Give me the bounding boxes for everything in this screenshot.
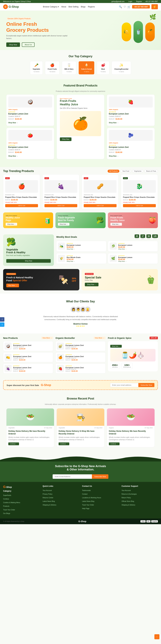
wishlist-icon[interactable]: ♡ (124, 5, 126, 8)
menu-icon[interactable]: ⚡ (152, 4, 158, 9)
promo-juice-btn[interactable]: Shop Now → (6, 223, 17, 226)
twitter-icon[interactable]: t (0, 322, 4, 327)
footer-link-news[interactable]: Latest News Blog (43, 500, 55, 502)
organic-product-1-origin: Content: $166.97 (65, 346, 84, 348)
cat-dairy[interactable]: 🥛 Milk & Dairy +5 items (62, 61, 76, 74)
filter-vegetarian[interactable]: Vegetarian (132, 170, 143, 173)
footer-col-contact-head: Contact Us (82, 485, 118, 487)
cat-fruits[interactable]: 🍎 Fresh Fruits +30 items (45, 61, 59, 74)
footer-link-testimonials[interactable]: Testimonials (82, 490, 91, 491)
filter-all[interactable]: All Products (108, 170, 119, 173)
trend-add-1[interactable]: Add to Cart (5, 204, 38, 207)
featured-product-3-shoplink[interactable]: Shop Now → (109, 122, 119, 124)
offer-dark-btn[interactable]: Buy Now → (6, 284, 19, 287)
deal-4-shop[interactable]: Shop Now → (118, 260, 132, 262)
footer-link-track[interactable]: Track Your Order (3, 509, 15, 511)
subscribe-btn[interactable]: Subscribe Now (92, 474, 109, 479)
footer-link-storeblog[interactable]: Official Store Blog (122, 500, 134, 502)
nav-best[interactable]: Best Selling (68, 6, 78, 8)
cat-cereal[interactable]: 🍦 Cake & Cereal +5 items (79, 61, 94, 74)
logo[interactable]: G G-Shop (3, 4, 19, 9)
footer-link-products[interactable]: Products (3, 505, 9, 507)
trend-add-2[interactable]: Add to Cart (44, 204, 77, 207)
footer-link-returns[interactable]: Returns Center (43, 497, 53, 498)
post-3-btn[interactable]: Continue → (109, 442, 120, 445)
spice-shop-btn[interactable]: Shop Now → (110, 345, 122, 348)
footer-link-combos[interactable]: Combos (3, 498, 9, 500)
deals-header: Weekly Best Deals 45 Hours 17 Mins 38 Se… (56, 234, 158, 239)
new-products-viewall[interactable]: View More → (41, 336, 53, 339)
nav-blogs[interactable]: Blogs (81, 6, 86, 8)
footer-link-superfoods[interactable]: Superfoods (3, 494, 11, 496)
footer-link-privacy[interactable]: Privacy Policy (43, 493, 52, 495)
footer-subscribe: Subscribe to the G-Shop New Arrivals & O… (0, 462, 161, 482)
deal-1-shop[interactable]: Shop Now → (67, 248, 81, 250)
top-register[interactable]: Register (136, 1, 142, 2)
deal-1-img: 🫒 (58, 242, 65, 250)
trend-add-4[interactable]: Add to Cart (123, 204, 156, 207)
featured-center-img: 🍊 (60, 111, 101, 136)
subscribe-input[interactable] (53, 474, 92, 479)
facebook-icon[interactable]: f (0, 317, 4, 322)
shop-now-button[interactable]: Shop Now (6, 42, 20, 47)
cart-icon[interactable]: 🛒 (127, 5, 131, 8)
featured-product-4-name: European Lemon Zest (109, 146, 153, 148)
post-3-body: Holiday Home Delivery We have Recently O… (107, 428, 155, 447)
discount-email-input[interactable] (110, 383, 138, 387)
filter-seafood[interactable]: Sea Food (121, 170, 131, 173)
trend-img-3: 🥜 (84, 180, 117, 193)
deal-3-shop[interactable]: Shop Now → (67, 260, 80, 262)
weekly-banner-btn[interactable]: Shop Now (6, 259, 51, 263)
featured-product-1-shoplink[interactable]: Shop Now → (8, 122, 18, 124)
promo-veg-btn[interactable]: Shop Now → (58, 223, 69, 226)
testimonial-section: What Our Clients Say 👩 👨 👩 👱 Glamorously… (0, 294, 161, 334)
new-product-2-origin: Content: $166.97 (13, 358, 31, 359)
weekly-banner-icon: 🥦 (6, 238, 51, 247)
post-2-btn[interactable]: Continue → (59, 442, 69, 445)
featured-product-4-shoplink[interactable]: Shop Now → (109, 155, 119, 157)
cat-cleaning[interactable]: ✨ Cleaning/Essential +3 items (112, 61, 131, 74)
footer-link-returns2[interactable]: Returns & Exchanges (122, 493, 137, 495)
phone-button[interactable]: +60 157 068 4587 (132, 5, 150, 8)
promo-fresh-btn[interactable]: Shop Now → (110, 223, 122, 226)
footer-link-news2[interactable]: Latest News Blog (82, 500, 94, 502)
nav-regions[interactable]: Regions (88, 6, 95, 8)
discount-subscribe-btn[interactable]: Subscribe Now (138, 383, 155, 387)
footer-col-contact: Contact Us Testimonials Contact Location… (82, 485, 118, 516)
footer-link-shipping[interactable]: Shipping & Delivery (43, 504, 56, 506)
organic-product-2-origin: Content: $166.97 (65, 358, 84, 359)
footer-link-account[interactable]: Your Account (43, 490, 52, 491)
featured-product-2-shoplink[interactable]: Shop Now → (8, 155, 18, 157)
nav-browse[interactable]: Browse Category ▾ (43, 6, 59, 8)
weekly-right: Weekly Best Deals 45 Hours 17 Mins 38 Se… (56, 234, 158, 266)
cat-meat[interactable]: 🥩 Meat +5 items (97, 61, 109, 74)
filter-beans[interactable]: Beans & Peas (145, 170, 158, 173)
post-1-btn[interactable]: Continue → (8, 442, 19, 445)
footer-col-category-links: Superfoods Combos Cookies & Making Menu … (3, 494, 39, 514)
organic-viewall[interactable]: View More → (94, 336, 106, 339)
featured-right: 🍓 100% Organic ★★★★★ European Lemon Zest… (107, 94, 155, 159)
top-login[interactable]: Login (128, 1, 132, 2)
featured-center-btn[interactable]: Shop Now (60, 138, 71, 141)
footer-link-returnpolicy[interactable]: Return Policy (122, 497, 131, 498)
footer-link-locations[interactable]: Locations & Working Hours (82, 497, 101, 498)
spice-off: 30% off! (150, 336, 158, 339)
cat-vegetable[interactable]: 🥕 Vegetable +10 items (30, 61, 43, 74)
footer-link-shipping2[interactable]: Shipping & Delivery (122, 504, 135, 506)
offer-light-btn[interactable]: Shop Now → (85, 283, 99, 286)
deal-2-shop[interactable]: Shop Now → (118, 248, 132, 250)
footer-link-account2[interactable]: Your Account (122, 490, 131, 491)
footer-link-track2[interactable]: Track Your Order (82, 504, 94, 506)
footer-link-contact[interactable]: Contact (82, 493, 88, 495)
footer-link-cookies[interactable]: Cookies & Making Menu (3, 502, 20, 504)
footer-col-quicklinks-links: Your Account Privacy Policy Returns Cent… (43, 489, 79, 506)
about-us-button[interactable]: About Us (22, 42, 34, 47)
top-email[interactable]: gshop@gmail.com (111, 1, 124, 2)
promo-fresh: Best Organic Fruits Fresh FruitsHealthy … (108, 212, 158, 228)
footer-link-blogs[interactable]: Our Blogs (3, 512, 10, 514)
footer-link-help[interactable]: Help Page (82, 508, 90, 510)
trend-add-3[interactable]: Add to Cart (84, 204, 117, 207)
discount-text-area: Super discount for your first Sale G-Sho… (6, 384, 51, 387)
search-icon[interactable]: 🔍 (119, 5, 122, 8)
nav-about[interactable]: About (61, 6, 66, 8)
